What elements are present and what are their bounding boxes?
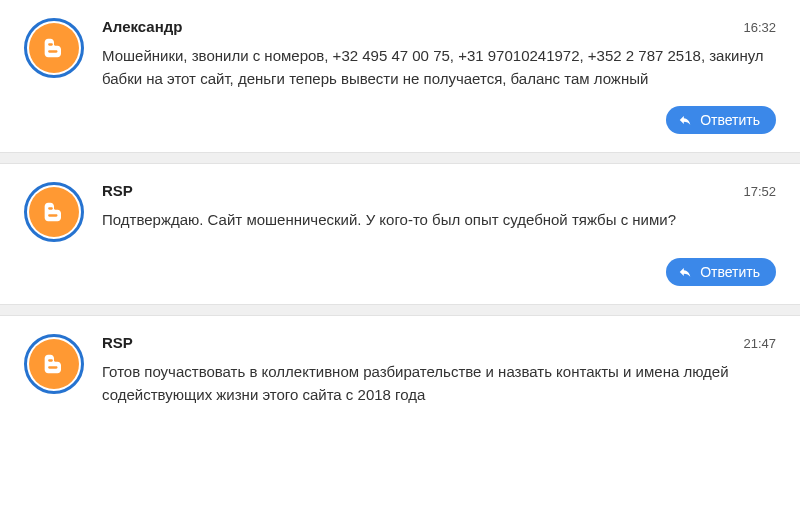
reply-arrow-icon bbox=[678, 113, 692, 127]
comment-header: RSP 17:52 bbox=[102, 182, 776, 199]
comment-header: RSP 21:47 bbox=[102, 334, 776, 351]
reply-row: Ответить bbox=[0, 250, 800, 304]
comment: Александр 16:32 Мошейники, звонили с ном… bbox=[0, 0, 800, 98]
comment-body: RSP 21:47 Готов поучаствовать в коллекти… bbox=[102, 334, 776, 406]
avatar[interactable] bbox=[24, 182, 84, 242]
comment-author: RSP bbox=[102, 334, 133, 351]
reply-button-label: Ответить bbox=[700, 264, 760, 280]
reply-row: Ответить bbox=[0, 98, 800, 152]
comment-author: Александр bbox=[102, 18, 182, 35]
blogger-icon bbox=[29, 23, 79, 73]
comment-body: RSP 17:52 Подтверждаю. Сайт мошеннически… bbox=[102, 182, 776, 232]
comment-text: Мошейники, звонили с номеров, +32 495 47… bbox=[102, 45, 776, 90]
comment-divider bbox=[0, 152, 800, 164]
comment-text: Подтверждаю. Сайт мошеннический. У кого-… bbox=[102, 209, 776, 232]
comment-header: Александр 16:32 bbox=[102, 18, 776, 35]
reply-button[interactable]: Ответить bbox=[666, 106, 776, 134]
blogger-icon bbox=[29, 339, 79, 389]
comment-text: Готов поучаствовать в коллективном разби… bbox=[102, 361, 776, 406]
comment-author: RSP bbox=[102, 182, 133, 199]
comment-time: 17:52 bbox=[743, 184, 776, 199]
comment-time: 21:47 bbox=[743, 336, 776, 351]
reply-button-label: Ответить bbox=[700, 112, 760, 128]
reply-button[interactable]: Ответить bbox=[666, 258, 776, 286]
blogger-icon bbox=[29, 187, 79, 237]
comment-divider bbox=[0, 304, 800, 316]
avatar[interactable] bbox=[24, 334, 84, 394]
reply-arrow-icon bbox=[678, 265, 692, 279]
comment-time: 16:32 bbox=[743, 20, 776, 35]
avatar[interactable] bbox=[24, 18, 84, 78]
comment: RSP 21:47 Готов поучаствовать в коллекти… bbox=[0, 316, 800, 422]
comment: RSP 17:52 Подтверждаю. Сайт мошеннически… bbox=[0, 164, 800, 250]
comment-body: Александр 16:32 Мошейники, звонили с ном… bbox=[102, 18, 776, 90]
